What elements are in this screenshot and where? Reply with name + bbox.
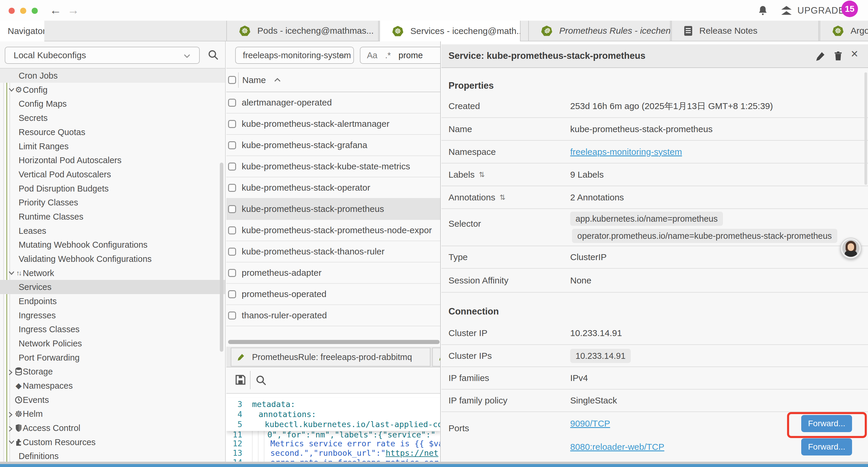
sidebar-item-leases[interactable]: Leases: [0, 224, 226, 238]
notification-count-badge[interactable]: 15: [841, 1, 858, 17]
editor-tab-strip: PrometheusRule: freeleaps-prod-rabbitmq: [226, 347, 441, 368]
table-row[interactable]: kube-prometheus-stack-thanos-ruler: [226, 241, 441, 262]
sidebar-item-pod-disruption-budgets[interactable]: Pod Disruption Budgets: [0, 181, 226, 196]
table-row[interactable]: thanos-ruler-operated: [226, 305, 441, 326]
upgrade-chevrons-icon: [780, 5, 793, 16]
scrollbar-thumb[interactable]: [864, 72, 867, 185]
upgrade-button[interactable]: UPGRADE: [780, 5, 845, 16]
filter-query-text: prome: [399, 51, 423, 60]
sidebar-item-definitions[interactable]: Definitions: [0, 449, 226, 463]
sidebar-item-ingress-classes[interactable]: Ingress Classes: [0, 322, 226, 337]
filter-input[interactable]: Aa .* prome: [360, 47, 441, 64]
sidebar-item-limit-ranges[interactable]: Limit Ranges: [0, 139, 226, 153]
kubeconfig-selector-value: Local Kubeconfigs: [13, 50, 86, 60]
expand-collapse-icon[interactable]: ⇅: [499, 193, 505, 202]
forward-button-8080[interactable]: Forward...: [801, 438, 852, 456]
row-checkbox[interactable]: [228, 99, 236, 107]
table-row[interactable]: kube-prometheus-stack-alertmanager: [226, 114, 441, 135]
tab-prometheus-rules[interactable]: ☸ Prometheus Rules - icecheng...: [528, 21, 671, 41]
table-row[interactable]: kube-prometheus-stack-operator: [226, 177, 441, 199]
runbook-url-link[interactable]: https://net: [385, 448, 438, 458]
detail-header: Service: kube-prometheus-stack-prometheu…: [441, 44, 868, 68]
namespace-selector[interactable]: freeleaps-monitoring-system: [235, 47, 354, 64]
traffic-light-zoom-icon[interactable]: [32, 8, 38, 14]
sidebar-item-helm[interactable]: ☸Helm: [0, 407, 226, 421]
table-row[interactable]: kube-prometheus-stack-prometheus-node-ex…: [226, 220, 441, 241]
table-row[interactable]: prometheus-operated: [226, 284, 441, 305]
traffic-light-minimize-icon[interactable]: [20, 8, 26, 14]
edit-pencil-icon[interactable]: [815, 51, 826, 62]
notifications-bell-icon[interactable]: [757, 5, 769, 17]
scrollbar-thumb[interactable]: [220, 163, 223, 352]
sidebar-item-config[interactable]: ⚙Config: [0, 83, 226, 97]
chevron-right-icon[interactable]: [8, 425, 13, 433]
avatar[interactable]: [840, 238, 862, 259]
close-icon[interactable]: ×: [851, 47, 858, 61]
row-checkbox[interactable]: [228, 269, 236, 277]
sidebar-item-storage[interactable]: Storage: [0, 364, 226, 379]
port-link-9090[interactable]: 9090/TCP: [570, 418, 610, 429]
table-row-selected[interactable]: kube-prometheus-stack-prometheus: [226, 199, 441, 220]
chevron-right-icon[interactable]: [8, 369, 13, 376]
sidebar-item-config-maps[interactable]: Config Maps: [0, 97, 226, 111]
row-checkbox[interactable]: [228, 312, 236, 320]
table-row[interactable]: alertmanager-operated: [226, 92, 441, 114]
kubeconfig-selector[interactable]: Local Kubeconfigs: [5, 47, 200, 64]
sidebar-item-services[interactable]: Services: [0, 280, 226, 294]
row-checkbox[interactable]: [228, 226, 236, 234]
delete-trash-icon[interactable]: [833, 51, 844, 62]
sort-ascending-icon[interactable]: [274, 78, 281, 83]
sidebar-item-secrets[interactable]: Secrets: [0, 111, 226, 125]
sidebar-item-mutating-webhook-configurations[interactable]: Mutating Webhook Configurations: [0, 238, 226, 252]
expand-collapse-icon[interactable]: ⇅: [478, 171, 485, 179]
sidebar-item-custom-resources[interactable]: Custom Resources: [0, 435, 226, 449]
row-checkbox[interactable]: [228, 248, 236, 256]
yaml-editor[interactable]: 11 0","for":"nm","labels":{"service":" 3…: [226, 394, 441, 467]
tab-argo[interactable]: ☸ Argo Se: [819, 21, 868, 41]
traffic-light-close-icon[interactable]: [8, 8, 15, 14]
tab-services[interactable]: ☸ Services - icecheng@math... ×: [379, 21, 521, 41]
table-row[interactable]: prometheus-adapter: [226, 262, 441, 284]
forward-icon[interactable]: →: [67, 4, 79, 17]
back-icon[interactable]: ←: [50, 4, 61, 17]
row-checkbox[interactable]: [228, 290, 236, 298]
row-checkbox[interactable]: [228, 163, 236, 171]
sidebar-item-network-policies[interactable]: Network Policies: [0, 337, 226, 351]
port-link-8080[interactable]: 8080:reloader-web/TCP: [570, 442, 664, 452]
sidebar-item-cron-jobs[interactable]: Cron Jobs: [0, 68, 226, 83]
select-all-checkbox[interactable]: [228, 76, 236, 84]
match-case-icon[interactable]: Aa: [367, 51, 377, 60]
sidebar-item-port-forwarding[interactable]: Port Forwarding: [0, 351, 226, 365]
tab-navigator[interactable]: Navigator: [0, 21, 44, 41]
horizontal-scrollbar-thumb[interactable]: [228, 340, 440, 344]
row-checkbox[interactable]: [228, 205, 236, 213]
sidebar-item-runtime-classes[interactable]: Runtime Classes: [0, 209, 226, 224]
sidebar-item-endpoints[interactable]: Endpoints: [0, 294, 226, 308]
sidebar-item-priority-classes[interactable]: Priority Classes: [0, 195, 226, 209]
sidebar-item-ingresses[interactable]: Ingresses: [0, 308, 226, 322]
sidebar-item-validating-webhook-configurations[interactable]: Validating Webhook Configurations: [0, 252, 226, 266]
sidebar-item-network[interactable]: ↑↓Network: [0, 266, 226, 280]
editor-tab-prometheusrule[interactable]: PrometheusRule: freeleaps-prod-rabbitmq: [231, 348, 430, 367]
tab-release-notes[interactable]: Release Notes: [671, 21, 819, 41]
table-row[interactable]: kube-prometheus-stack-grafana: [226, 135, 441, 156]
sidebar-item-vertical-pod-autoscalers[interactable]: Vertical Pod Autoscalers: [0, 167, 226, 181]
column-header-name[interactable]: Name: [242, 68, 266, 92]
namespace-link[interactable]: freeleaps-monitoring-system: [570, 147, 682, 157]
table-row[interactable]: kube-prometheus-stack-kube-state-metrics: [226, 156, 441, 177]
save-icon[interactable]: [234, 373, 247, 386]
sidebar-item-access-control[interactable]: Access Control: [0, 421, 226, 435]
sidebar-item-events[interactable]: Events: [0, 393, 226, 407]
editor-search-icon[interactable]: [255, 375, 267, 386]
row-checkbox[interactable]: [228, 141, 236, 149]
sidebar-item-namespaces[interactable]: ◆Namespaces: [0, 379, 226, 393]
chevron-right-icon[interactable]: [8, 411, 13, 418]
sidebar-item-horizontal-pod-autoscalers[interactable]: Horizontal Pod Autoscalers: [0, 153, 226, 167]
tab-pods[interactable]: ☸ Pods - icecheng@mathmas...: [226, 21, 379, 41]
search-icon[interactable]: [208, 49, 219, 61]
row-checkbox[interactable]: [228, 120, 236, 128]
regex-icon[interactable]: .*: [385, 51, 391, 60]
editor-tab-secondary[interactable]: [432, 348, 441, 367]
sidebar-item-resource-quotas[interactable]: Resource Quotas: [0, 125, 226, 139]
row-checkbox[interactable]: [228, 184, 236, 192]
